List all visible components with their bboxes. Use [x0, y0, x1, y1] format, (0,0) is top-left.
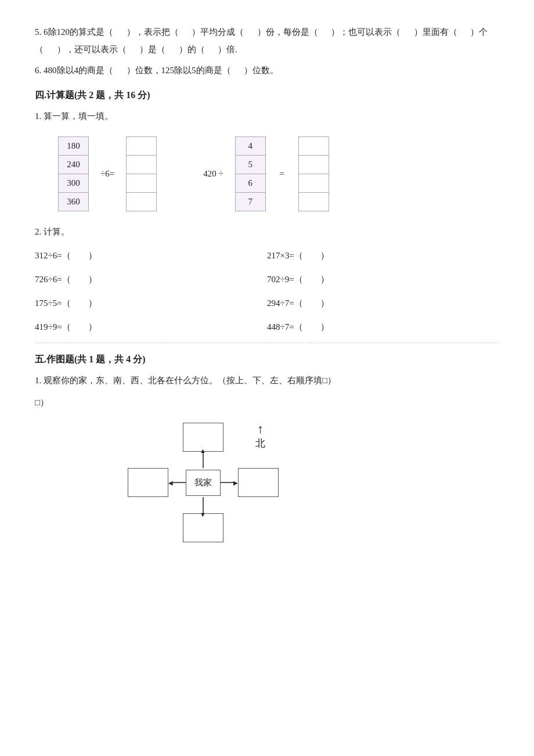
left-cell-4: 360 — [59, 193, 89, 211]
diagram-wrapper: ▲ ◀ 我家 ▶ ▼ — [70, 423, 499, 542]
right-op-eq: = — [277, 169, 287, 179]
math-item-7: 419÷9=（ ） — [35, 318, 267, 337]
left-op: ÷6= — [100, 169, 114, 179]
left-cell-3: 300 — [59, 174, 89, 193]
left-result-table — [126, 136, 157, 211]
math-item-3: 726÷6=（ ） — [35, 270, 267, 289]
dir-left-box[interactable] — [128, 468, 168, 497]
north-label: 北 — [255, 437, 265, 450]
right-arrow-shaft — [221, 482, 233, 483]
right-cell-2: 5 — [235, 156, 265, 174]
question-6: 6. 480除以4的商是（ ）位数，125除以5的商是（ ）位数。 — [35, 62, 499, 79]
right-result-4[interactable] — [298, 193, 329, 211]
bottom-arrow-shaft: ▼ — [203, 497, 204, 513]
north-indicator: ↑ 北 — [255, 423, 265, 450]
section-divider — [35, 343, 499, 343]
left-connector: ◀ — [168, 480, 186, 486]
calc-tables-container: 180 240 300 360 ÷6= 420 ÷ 4 5 6 7 = — [58, 136, 499, 211]
bottom-arrow-head: ▼ — [200, 511, 206, 518]
right-arrow-head: ▶ — [233, 480, 238, 486]
bottom-connector: ▼ — [203, 497, 204, 513]
dir-middle-row: ◀ 我家 ▶ — [128, 468, 279, 497]
q1-label: 1. 算一算，填一填。 — [35, 107, 499, 125]
left-result-4[interactable] — [127, 193, 157, 211]
right-result-1[interactable] — [298, 137, 329, 156]
right-result-2[interactable] — [298, 156, 329, 174]
right-result-table — [298, 136, 329, 211]
top-connector: ▲ — [203, 452, 204, 468]
right-result-3[interactable] — [298, 174, 329, 193]
right-connector: ▶ — [221, 480, 238, 486]
dir-center-box: 我家 — [186, 470, 221, 496]
left-input-table: 180 240 300 360 — [58, 136, 89, 211]
left-result-3[interactable] — [127, 174, 157, 193]
right-op-left: 420 ÷ — [203, 169, 223, 179]
math-item-5: 175÷5=（ ） — [35, 294, 267, 313]
right-cell-3: 6 — [235, 174, 265, 193]
left-result-2[interactable] — [127, 156, 157, 174]
q2-label: 2. 计算。 — [35, 223, 499, 240]
math-item-4: 702÷9=（ ） — [267, 270, 499, 289]
section4-header: 四.计算题(共 2 题，共 16 分) — [35, 89, 499, 102]
math-problems-grid: 312÷6=（ ） 217×3=（ ） 726÷6=（ ） 702÷9=（ ） … — [35, 246, 499, 337]
math-item-2: 217×3=（ ） — [267, 246, 499, 265]
north-arrow-symbol: ↑ — [257, 423, 264, 435]
math-item-6: 294÷7=（ ） — [267, 294, 499, 313]
left-cell-2: 240 — [59, 156, 89, 174]
right-cell-4: 7 — [235, 193, 265, 211]
right-input-table: 4 5 6 7 — [235, 136, 266, 211]
left-cell-1: 180 — [59, 137, 89, 156]
math-item-1: 312÷6=（ ） — [35, 246, 267, 265]
dir-right-box[interactable] — [238, 468, 279, 497]
left-result-1[interactable] — [127, 137, 157, 156]
top-arrow-head: ▲ — [200, 447, 206, 454]
direction-q1-label2: □） — [35, 394, 499, 411]
direction-q1-label: 1. 观察你的家，东、南、西、北各在什么方位。（按上、下、左、右顺序填□） — [35, 372, 499, 389]
center-label: 我家 — [194, 477, 212, 488]
top-arrow-shaft: ▲ — [203, 452, 204, 468]
section5-header: 五.作图题(共 1 题，共 4 分) — [35, 354, 499, 366]
left-arrow-head: ◀ — [168, 480, 173, 486]
question-5: 5. 6除120的算式是（ ），表示把（ ）平均分成（ ）份，每份是（ ）；也可… — [35, 23, 499, 58]
right-cell-1: 4 — [235, 137, 265, 156]
left-arrow-shaft — [173, 482, 186, 483]
math-item-8: 448÷7=（ ） — [267, 318, 499, 337]
